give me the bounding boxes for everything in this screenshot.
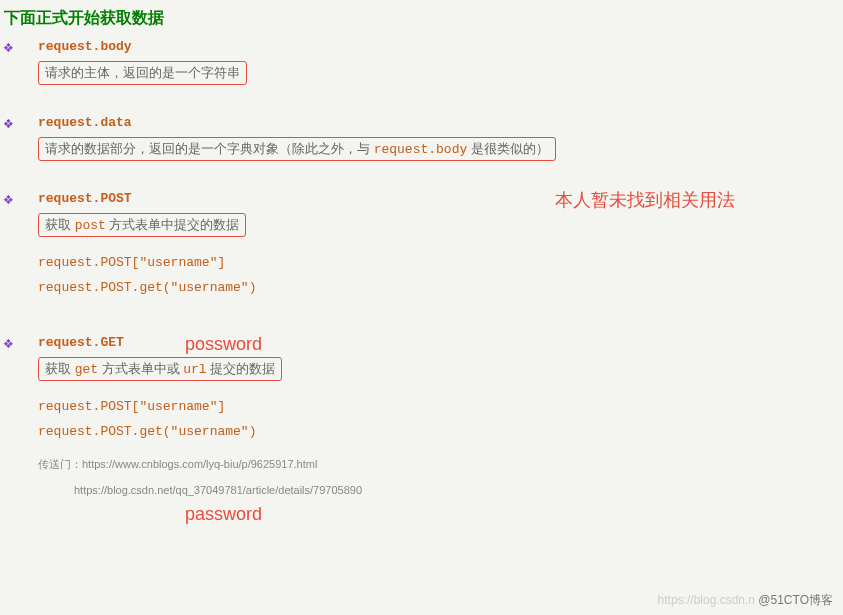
- code-line: request.POST.get("username"): [0, 424, 843, 439]
- code-line: request.POST["username"]: [0, 255, 843, 270]
- bullet-icon: ❖: [0, 191, 38, 207]
- annotation-text: 本人暂未找到相关用法: [555, 188, 735, 212]
- section-desc: 获取 get 方式表单中或 url 提交的数据: [38, 357, 282, 381]
- section-desc: 请求的数据部分，返回的是一个字典对象（除此之外，与 request.body 是…: [38, 137, 556, 161]
- bullet-icon: ❖: [0, 39, 38, 55]
- annotation-text: possword: [185, 334, 262, 355]
- reference-link[interactable]: https://blog.csdn.net/qq_37049781/articl…: [74, 484, 362, 496]
- section-heading: request.GET: [38, 335, 124, 350]
- section-heading: request.POST: [38, 191, 132, 206]
- watermark: https://blog.csdn.n @51CTO博客: [658, 592, 833, 609]
- bullet-icon: ❖: [0, 335, 38, 351]
- section-heading: request.data: [38, 115, 132, 130]
- reference-link[interactable]: https://www.cnblogs.com/lyq-biu/p/962591…: [82, 458, 317, 470]
- code-line: request.POST.get("username"): [0, 280, 843, 295]
- page-title: 下面正式开始获取数据: [0, 8, 843, 29]
- section-desc: 获取 post 方式表单中提交的数据: [38, 213, 246, 237]
- link-label: 传送门：: [38, 458, 82, 470]
- section-desc: 请求的主体，返回的是一个字符串: [38, 61, 247, 85]
- bullet-icon: ❖: [0, 115, 38, 131]
- reference-links: 传送门：https://www.cnblogs.com/lyq-biu/p/96…: [0, 451, 843, 504]
- annotation-text: password: [185, 504, 262, 525]
- code-line: request.POST["username"]: [0, 399, 843, 414]
- section-heading: request.body: [38, 39, 132, 54]
